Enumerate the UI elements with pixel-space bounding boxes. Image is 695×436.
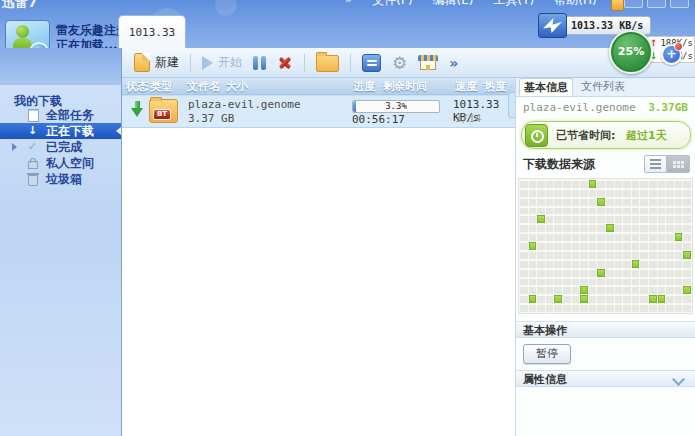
source-grid [518, 178, 693, 314]
ops-section-header[interactable]: 基本操作 [516, 321, 695, 338]
sidebar-item-label: 已完成 [46, 140, 82, 154]
sidebar-item-label: 垃圾箱 [46, 172, 82, 186]
col-heat[interactable]: 热度 [484, 79, 506, 94]
grid-cell [529, 278, 537, 286]
grid-cell [554, 286, 562, 294]
grid-cell [606, 207, 614, 215]
grid-cell-active [537, 215, 545, 223]
grid-cell [520, 233, 528, 241]
grid-cell [615, 278, 623, 286]
tab-file-list[interactable]: 文件列表 [576, 78, 630, 96]
pause-button[interactable]: 暂停 [523, 344, 571, 364]
grid-cell [563, 233, 571, 241]
grid-cell [615, 260, 623, 268]
grid-cell [520, 215, 528, 223]
sidebar-item-downloading[interactable]: ↓ 正在下载 [0, 123, 121, 139]
col-type[interactable]: 类型 [150, 79, 172, 94]
grid-cell [675, 224, 683, 232]
sources-title: 下载数据来源 [523, 156, 595, 173]
toolbar-more-button[interactable]: » [449, 55, 458, 71]
grid-cell [640, 295, 648, 303]
menu-overflow-icon[interactable]: » [345, 0, 352, 10]
open-folder-button[interactable] [316, 53, 339, 72]
col-remaining[interactable]: 剩余时间 [383, 79, 427, 94]
grid-cell [649, 189, 657, 197]
grid-cell [580, 278, 588, 286]
grid-cell [563, 260, 571, 268]
grid-cell [589, 251, 597, 259]
grid-cell [632, 278, 640, 286]
sidebar-item-private-space[interactable]: 私人空间 [0, 155, 121, 171]
saved-time-value[interactable]: 超过1天 [626, 128, 667, 143]
grid-cell [589, 215, 597, 223]
grid-cell [683, 260, 691, 268]
task-row[interactable]: BT plaza-evil.genome 3.37 GB 3.3% 00:56:… [122, 95, 515, 128]
task-list: 状态 类型 文件名 大小 进度 剩余时间 速度 热度 BT plaza-evil… [122, 78, 515, 436]
new-task-button[interactable]: 新建 [134, 53, 179, 72]
grid-cell [632, 207, 640, 215]
pause-toolbar-button[interactable] [253, 56, 266, 70]
grid-cell [563, 304, 571, 312]
store-button[interactable] [418, 55, 438, 71]
grid-cell [666, 251, 674, 259]
grid-cell [623, 224, 631, 232]
sidebar-item-completed[interactable]: ✓ 已完成 [0, 139, 121, 155]
trash-icon [28, 173, 40, 185]
grid-cell [529, 189, 537, 197]
expander-icon[interactable] [12, 143, 17, 151]
grid-cell [546, 269, 554, 277]
grid-cell [520, 304, 528, 312]
grid-cell [640, 207, 648, 215]
grid-view-toggle[interactable] [667, 155, 690, 173]
grid-cell [675, 260, 683, 268]
list-view-toggle[interactable] [644, 155, 667, 173]
header-left-fill [0, 48, 121, 85]
menu-file[interactable]: 文件(F) [372, 0, 412, 10]
grid-cell [572, 207, 580, 215]
grid-cell [623, 269, 631, 277]
grid-cell [675, 215, 683, 223]
grid-cell [683, 198, 691, 206]
menu-tools[interactable]: 工具(T) [494, 0, 535, 10]
close-button[interactable] [670, 0, 689, 8]
grid-cell [572, 198, 580, 206]
grid-cell [683, 278, 691, 286]
grid-cell [666, 233, 674, 241]
grid-cell [606, 242, 614, 250]
tab-basic-info[interactable]: 基本信息 [519, 78, 573, 96]
grid-cell [572, 224, 580, 232]
grid-cell-active [632, 260, 640, 268]
col-filename[interactable]: 文件名 [187, 79, 220, 94]
grid-cell-active [589, 180, 597, 188]
sidebar-item-all-tasks[interactable]: 全部任务 [0, 107, 121, 123]
grid-cell [649, 251, 657, 259]
start-button[interactable]: 开始 [202, 54, 242, 71]
sidebar-item-trash[interactable]: 垃圾箱 [0, 171, 121, 187]
folder-icon [316, 55, 339, 72]
delete-button[interactable] [277, 55, 293, 71]
props-section-header[interactable]: 属性信息 [516, 370, 695, 387]
minimize-button[interactable] [624, 0, 643, 8]
grid-cell [537, 198, 545, 206]
task-manager-button[interactable] [362, 54, 381, 72]
grid-cell [529, 180, 537, 188]
grid-cell [632, 242, 640, 250]
menu-help[interactable]: 帮助(H) [554, 0, 596, 10]
grid-cell [623, 295, 631, 303]
col-progress[interactable]: 进度 [353, 79, 375, 94]
settings-button[interactable]: ⚙ [392, 55, 407, 71]
speed-tab[interactable]: 1013.33 KB/s [118, 15, 186, 49]
info-filesize: 3.37GB [648, 101, 688, 114]
col-status[interactable]: 状态 [126, 79, 148, 94]
grid-cell [597, 215, 605, 223]
grid-cell [640, 278, 648, 286]
skin-icon[interactable] [611, 0, 624, 11]
col-size[interactable]: 大小 [226, 79, 248, 94]
ratio-badge[interactable]: 25% [609, 30, 653, 74]
menu-edit[interactable]: 编辑(E) [433, 0, 474, 10]
grid-cell [615, 269, 623, 277]
maximize-button[interactable] [647, 0, 666, 8]
pause-icon [253, 56, 266, 70]
col-speed[interactable]: 速度 [455, 79, 477, 94]
grid-cell [529, 304, 537, 312]
